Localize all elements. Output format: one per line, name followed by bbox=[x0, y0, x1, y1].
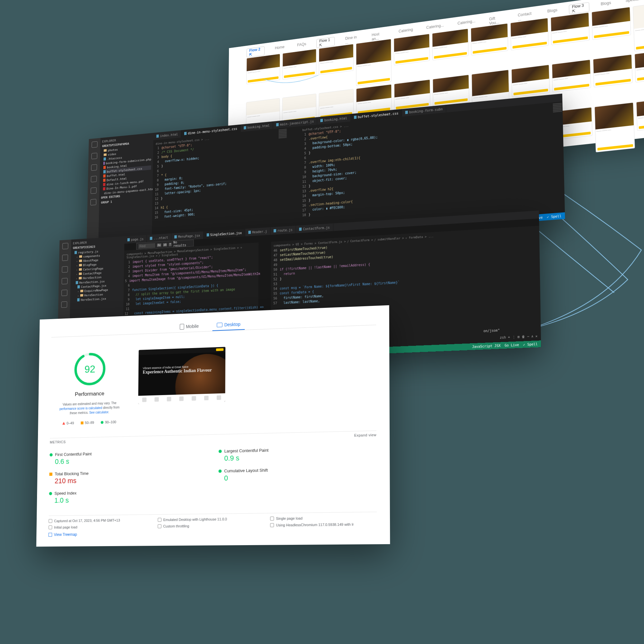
figma-frame-label[interactable]: Blogs bbox=[598, 0, 614, 10]
metric: Cumulative Layout Shift0 bbox=[218, 464, 376, 484]
terminal-output: on/json" bbox=[483, 328, 500, 333]
figma-frame-label[interactable]: FAQs bbox=[295, 40, 308, 51]
explorer-icon[interactable] bbox=[62, 243, 68, 249]
source-control-icon[interactable] bbox=[91, 164, 97, 171]
score-subtitle: Values are estimated and may vary. The p… bbox=[59, 401, 120, 416]
score-value: 92 bbox=[73, 351, 107, 387]
figma-screen-thumbnail[interactable]: ——— ——— —— bbox=[510, 18, 549, 50]
tab-desktop[interactable]: Desktop bbox=[213, 319, 245, 331]
find-opt-case[interactable]: Aa bbox=[157, 243, 161, 247]
figma-screen-thumbnail[interactable]: ——— ——— —— bbox=[593, 54, 633, 88]
explorer-icon[interactable] bbox=[91, 141, 97, 148]
footer-item: Captured at Oct 17, 2023, 4:56 PM GMT+13 bbox=[49, 518, 148, 523]
figma-screen-thumbnail[interactable]: ——— ——— —— bbox=[282, 49, 317, 80]
figma-screen-thumbnail[interactable]: ——— ——— —— bbox=[471, 23, 508, 55]
figma-screen-thumbnail[interactable]: ——— ——— —— bbox=[594, 102, 635, 152]
testing-icon[interactable] bbox=[90, 199, 97, 205]
status-golive[interactable]: Go Live bbox=[505, 343, 519, 347]
treemap-icon bbox=[48, 533, 52, 537]
figma-screen-thumbnail[interactable]: ——— ——— —— bbox=[552, 60, 591, 92]
editor-tab[interactable]: MenuPage.jsx bbox=[171, 232, 204, 241]
status-language[interactable]: JavaScript JSX bbox=[472, 344, 501, 348]
figma-screen-thumbnail[interactable]: ——— ——— —— bbox=[636, 98, 644, 131]
legend-item: 50–89 bbox=[81, 421, 94, 425]
figma-screen-thumbnail[interactable]: ——— ——— —— bbox=[394, 80, 431, 111]
metrics-heading: METRICS bbox=[50, 440, 66, 444]
status-spell[interactable]: ✓ Spell bbox=[547, 214, 562, 219]
hero-icon-row bbox=[138, 393, 225, 404]
find-opt-regex[interactable]: * bbox=[169, 242, 171, 246]
calc-link-2[interactable]: See calculator bbox=[89, 410, 108, 414]
figma-screen-thumbnail[interactable]: ——— ——— —— bbox=[394, 34, 430, 66]
mobile-icon bbox=[180, 324, 184, 330]
metric: First Contentful Paint0.6 s bbox=[50, 448, 200, 467]
metric: Total Blocking Time210 ms bbox=[49, 468, 200, 487]
figma-screen-thumbnail[interactable]: ——— ——— —— bbox=[432, 29, 469, 61]
calc-link-1[interactable]: performance score is calculated bbox=[60, 406, 102, 411]
page-screenshot: Vibrant essence of India at Great Spice … bbox=[138, 347, 225, 404]
tab-mobile[interactable]: Mobile bbox=[175, 320, 203, 332]
footer-item: Emulated Desktop with Lighthouse 11.0.0 bbox=[158, 517, 261, 522]
find-opt-word[interactable]: ab bbox=[163, 243, 167, 246]
search-icon[interactable] bbox=[62, 254, 68, 261]
minimap[interactable] bbox=[278, 128, 287, 241]
figma-frame-label[interactable]: Blogs bbox=[545, 6, 560, 18]
score-gauge: 92 bbox=[73, 351, 107, 387]
search-icon[interactable] bbox=[91, 153, 97, 159]
terminal-tab-actions[interactable]: zsh + ⋮ ⊞ 🗑 ⋯ ∧ ✕ bbox=[500, 334, 537, 339]
debug-icon[interactable] bbox=[62, 278, 68, 284]
score-title: Performance bbox=[60, 390, 120, 398]
legend-item: 0–49 bbox=[62, 421, 74, 425]
figma-screen-thumbnail[interactable]: ——— ——— —— bbox=[356, 39, 392, 86]
performance-score: 92 Performance Values are estimated and … bbox=[59, 351, 120, 425]
legend-item: 90–100 bbox=[101, 420, 116, 424]
remote-icon[interactable] bbox=[61, 301, 67, 308]
editor-tab[interactable]: Header.j bbox=[245, 227, 270, 236]
figma-screen-thumbnail[interactable]: ——— ——— —— bbox=[511, 65, 550, 97]
metric: Largest Contentful Paint0.9 s bbox=[219, 444, 377, 464]
figma-screen-thumbnail[interactable]: ——— ——— —— bbox=[246, 54, 280, 84]
footer-item: Single page load bbox=[270, 516, 377, 521]
figma-screen-thumbnail[interactable]: ——— ——— —— bbox=[633, 1, 644, 52]
find-input[interactable] bbox=[138, 243, 155, 249]
metric: Speed Index1.0 s bbox=[49, 488, 200, 506]
figma-screen-thumbnail[interactable]: ——— ——— —— bbox=[635, 49, 644, 82]
figma-screen-thumbnail[interactable]: ——— ——— —— bbox=[551, 12, 590, 45]
pagespeed-report[interactable]: Mobile Desktop 92 Performance Values are… bbox=[36, 305, 390, 547]
device-tabs[interactable]: Mobile Desktop bbox=[51, 314, 376, 337]
figma-screen-thumbnail[interactable]: ——— ——— —— bbox=[432, 75, 469, 107]
extensions-icon[interactable] bbox=[90, 187, 97, 194]
figma-screen-thumbnail[interactable]: ——— ——— —— bbox=[592, 7, 631, 40]
figma-frame-label[interactable]: Home bbox=[272, 43, 287, 54]
status-spell[interactable]: ✓ Spell bbox=[523, 342, 538, 346]
debug-icon[interactable] bbox=[91, 176, 97, 182]
score-legend: 0–4950–8990–100 bbox=[59, 420, 119, 425]
extensions-icon[interactable] bbox=[62, 289, 68, 296]
desktop-icon bbox=[217, 323, 223, 327]
editor-tab[interactable]: route.js bbox=[270, 226, 296, 235]
expand-view-link[interactable]: Expand view bbox=[354, 433, 376, 437]
source-control-icon[interactable] bbox=[62, 266, 68, 273]
hero-cta-button bbox=[216, 348, 223, 351]
figma-screen-thumbnail[interactable]: ——— ——— —— bbox=[319, 44, 354, 75]
